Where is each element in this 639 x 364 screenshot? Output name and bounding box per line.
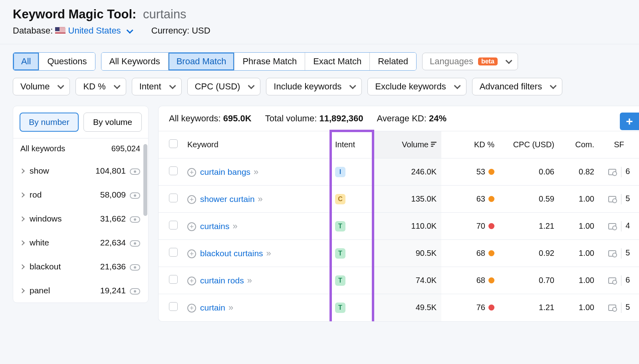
cell-cpc: 0.06 — [499, 158, 559, 186]
row-checkbox[interactable] — [169, 302, 178, 311]
cell-volume: 110.0K — [373, 213, 441, 240]
col-sf[interactable]: SF — [599, 131, 639, 158]
sidebar-item[interactable]: rod58,009 — [13, 183, 148, 207]
table-row: +shower curtain» C 135.0K 63 0.59 1.00 5 — [159, 186, 639, 213]
col-checkbox[interactable] — [159, 131, 183, 158]
row-checkbox[interactable] — [169, 275, 178, 284]
expand-icon[interactable]: + — [187, 277, 196, 285]
filter-volume[interactable]: Volume — [13, 78, 70, 95]
add-button[interactable]: + — [620, 113, 639, 130]
sidebar-item[interactable]: panel19,241 — [13, 279, 148, 303]
filter-include[interactable]: Include keywords — [266, 78, 362, 95]
serp-icon[interactable] — [608, 277, 616, 284]
seg-exact-match[interactable]: Exact Match — [305, 53, 370, 70]
eye-icon[interactable] — [130, 168, 140, 175]
expand-icon[interactable]: + — [187, 249, 196, 258]
col-cpc[interactable]: CPC (USD) — [499, 131, 559, 158]
sidebar-item[interactable]: show104,801 — [13, 159, 148, 183]
seg-all-keywords[interactable]: All Keywords — [101, 53, 169, 70]
cell-sf[interactable]: 4 — [599, 213, 639, 240]
filter-advanced[interactable]: Advanced filters — [472, 78, 563, 95]
serp-icon[interactable] — [608, 223, 616, 229]
keyword-link[interactable]: blackout curtains — [200, 249, 263, 258]
flag-us-icon — [55, 27, 65, 34]
eye-icon[interactable] — [130, 288, 140, 295]
eye-icon[interactable] — [130, 216, 140, 223]
seg-related[interactable]: Related — [370, 53, 416, 70]
tab-by-volume[interactable]: By volume — [83, 113, 142, 132]
sidebar-item[interactable]: blackout21,636 — [13, 255, 148, 279]
double-chevron-icon[interactable]: » — [266, 248, 270, 258]
sidebar-item[interactable]: white22,634 — [13, 231, 148, 255]
serp-icon[interactable] — [608, 250, 616, 257]
keywords-table: Keyword Intent Volume KD % CPC (USD) Com… — [159, 131, 639, 321]
cell-com: 1.00 — [559, 186, 599, 213]
keyword-link[interactable]: shower curtain — [200, 194, 255, 204]
serp-icon[interactable] — [608, 196, 616, 202]
cell-cpc: 0.59 — [499, 186, 559, 213]
sidebar-item-label: white — [30, 238, 49, 247]
col-intent[interactable]: Intent — [330, 131, 373, 158]
cell-cpc: 1.21 — [499, 213, 559, 240]
filter-intent[interactable]: Intent — [132, 78, 182, 95]
col-kd[interactable]: KD % — [441, 131, 499, 158]
kd-dot-icon — [488, 196, 494, 202]
cell-sf[interactable]: 5 — [599, 294, 639, 321]
keyword-link[interactable]: curtain — [200, 303, 225, 312]
checkbox-all[interactable] — [169, 139, 178, 148]
cell-sf[interactable]: 6 — [599, 158, 639, 186]
row-checkbox[interactable] — [169, 166, 178, 175]
row-checkbox[interactable] — [169, 248, 178, 257]
sidebar-item-count: 19,241 — [100, 286, 126, 295]
seg-all[interactable]: All — [13, 53, 39, 70]
expand-icon[interactable]: + — [187, 222, 196, 231]
row-checkbox[interactable] — [169, 221, 178, 229]
col-volume[interactable]: Volume — [373, 131, 441, 158]
filter-cpc[interactable]: CPC (USD) — [187, 78, 261, 95]
double-chevron-icon[interactable]: » — [228, 303, 232, 313]
seg-broad-match[interactable]: Broad Match — [169, 53, 235, 70]
cell-sf[interactable]: 6 — [599, 267, 639, 294]
col-com[interactable]: Com. — [559, 131, 599, 158]
filter-kd[interactable]: KD % — [75, 78, 126, 95]
eye-icon[interactable] — [130, 192, 140, 199]
chevron-down-icon — [505, 57, 512, 64]
double-chevron-icon[interactable]: » — [247, 275, 250, 285]
seg-questions[interactable]: Questions — [39, 53, 95, 70]
double-chevron-icon[interactable]: » — [233, 221, 236, 231]
cell-sf[interactable]: 5 — [599, 186, 639, 213]
sidebar-item-label: rod — [30, 190, 42, 200]
eye-icon[interactable] — [130, 240, 140, 247]
filters-bar: All Questions All Keywords Broad Match P… — [0, 44, 639, 106]
sidebar-item[interactable]: windows31,662 — [13, 207, 148, 231]
cell-cpc: 0.92 — [499, 240, 559, 267]
table-row: +curtain rods» T 74.0K 68 0.70 1.00 6 — [159, 267, 639, 294]
keyword-link[interactable]: curtain bangs — [200, 167, 250, 176]
languages-dropdown[interactable]: Languages beta — [422, 53, 518, 70]
sidebar-scrollbar[interactable] — [143, 144, 147, 216]
serp-icon[interactable] — [608, 305, 616, 311]
chevron-down-icon — [349, 82, 356, 89]
chevron-right-icon — [20, 264, 25, 269]
expand-icon[interactable]: + — [187, 168, 196, 177]
double-chevron-icon[interactable]: » — [258, 194, 261, 204]
intent-badge: I — [335, 167, 345, 177]
double-chevron-icon[interactable]: » — [254, 167, 257, 177]
expand-icon[interactable]: + — [187, 304, 196, 313]
cell-kd: 53 — [441, 158, 499, 186]
cell-sf[interactable]: 5 — [599, 240, 639, 267]
keyword-groups-sidebar: By number By volume All keywords 695,024… — [13, 106, 149, 303]
col-keyword[interactable]: Keyword — [183, 131, 330, 158]
expand-icon[interactable]: + — [187, 195, 196, 204]
keyword-link[interactable]: curtains — [200, 222, 230, 231]
filter-exclude[interactable]: Exclude keywords — [367, 78, 466, 95]
seg-phrase-match[interactable]: Phrase Match — [234, 53, 305, 70]
serp-icon[interactable] — [608, 169, 616, 175]
chevron-right-icon — [20, 240, 25, 245]
tab-by-number[interactable]: By number — [20, 113, 79, 132]
row-checkbox[interactable] — [169, 194, 178, 202]
database-selector[interactable]: Database: United States — [13, 26, 131, 36]
keyword-link[interactable]: curtain rods — [200, 276, 244, 285]
sidebar-all-keywords[interactable]: All keywords 695,024 — [13, 138, 148, 159]
eye-icon[interactable] — [130, 264, 140, 271]
